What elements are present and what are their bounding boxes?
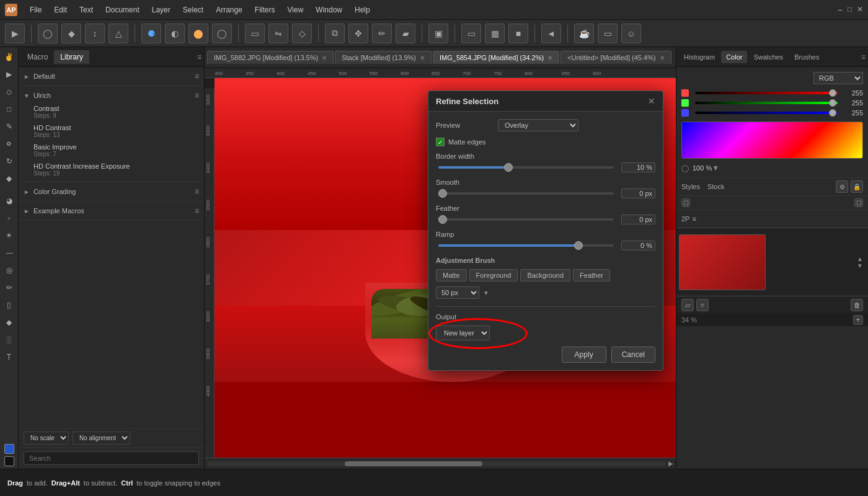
thumb-scroll-down[interactable]: ▼	[857, 262, 863, 269]
color-mode-select[interactable]: RGB	[813, 72, 863, 84]
channel-b-thumb[interactable]	[829, 109, 836, 117]
node-tool-side[interactable]: ◇	[2, 84, 17, 99]
inpainting-tool-side[interactable]: ◕	[2, 193, 17, 208]
menu-text[interactable]: Text	[74, 4, 98, 16]
scroll-right-btn[interactable]: ▶	[668, 460, 673, 467]
menu-layer[interactable]: Layer	[147, 4, 175, 16]
horizontal-scrollbar[interactable]: ▶	[205, 458, 676, 469]
smart-select-side[interactable]: ◆	[2, 171, 17, 186]
ramp-track[interactable]	[438, 244, 614, 247]
matte-edges-label[interactable]: ✓ Matte edges	[436, 138, 486, 146]
refine-close-button[interactable]: ✕	[648, 96, 655, 106]
bw-tool[interactable]: ◐	[165, 24, 185, 43]
smooth-thumb[interactable]	[438, 189, 447, 198]
style-lock-btn[interactable]: 🔒	[851, 180, 863, 193]
scrollbar-thumb[interactable]	[345, 461, 482, 466]
channel-g-slider[interactable]	[695, 102, 838, 104]
section-default-header[interactable]: ► Default ≡	[19, 69, 204, 83]
panel-checkbox-2[interactable]: ☐	[854, 198, 863, 207]
color-grading-section-menu[interactable]: ≡	[195, 187, 199, 196]
macro-basic-improve[interactable]: Basic Improve Steps: 7	[19, 141, 204, 160]
arrows-tool[interactable]: ↕	[85, 24, 105, 43]
mask-btn[interactable]: ▿	[696, 299, 709, 311]
zoom-plus-btn[interactable]: +	[853, 315, 863, 325]
preview-select[interactable]: Overlay None Marching ants	[498, 119, 578, 131]
menu-window[interactable]: Window	[311, 4, 347, 16]
default-section-menu[interactable]: ≡	[195, 72, 199, 81]
panel-menu-btn[interactable]: ≡	[197, 53, 202, 61]
tab-histogram[interactable]: Histogram	[679, 51, 720, 63]
vector-tool[interactable]: ◆	[61, 24, 81, 43]
menu-arrange[interactable]: Arrange	[211, 4, 247, 16]
pointer-tool-side[interactable]: ▶	[2, 67, 17, 82]
add-layer-btn[interactable]: ▱	[681, 299, 694, 311]
person-tool[interactable]: ☺	[621, 24, 641, 43]
tab-macro[interactable]: Macro	[21, 50, 54, 64]
retouch-tool-side[interactable]: ☀	[2, 228, 17, 243]
menu-file[interactable]: File	[25, 4, 46, 16]
example-macros-section-menu[interactable]: ≡	[195, 206, 199, 215]
dodge-tool-side[interactable]: ◎	[2, 263, 17, 278]
matte-edges-checkbox[interactable]: ✓	[436, 138, 445, 146]
right-panel-menu[interactable]: ≡	[861, 53, 866, 61]
menu-edit[interactable]: Edit	[49, 4, 72, 16]
crop-tool-side[interactable]: □	[2, 102, 17, 117]
section-example-macros-header[interactable]: ► Example Macros ≡	[19, 204, 204, 218]
apply-button[interactable]: Apply	[562, 347, 606, 363]
cancel-button[interactable]: Cancel	[611, 347, 655, 363]
lasso-select[interactable]: ⇋	[268, 24, 288, 43]
search-input[interactable]	[24, 451, 199, 465]
layer-tool[interactable]: ▭	[461, 24, 481, 43]
macro-hd-contrast-exp[interactable]: HD Contrast Increase Exposure Steps: 19	[19, 160, 204, 179]
panel-checkbox-1[interactable]: ☐	[681, 198, 690, 207]
share-tool[interactable]: △	[108, 24, 128, 43]
zoom-menu-icon[interactable]: ≡	[692, 215, 696, 223]
adj-btn-feather[interactable]: Feather	[573, 269, 610, 281]
alignment-select[interactable]: No alignment	[73, 432, 130, 445]
hand-tool-side[interactable]: ✌	[2, 50, 17, 64]
selection-tool-side[interactable]: ⭘	[2, 136, 17, 151]
delete-btn[interactable]: 🗑	[851, 299, 863, 311]
tab-untitled-close[interactable]: ✕	[660, 55, 665, 61]
blur-tool-side[interactable]: ⸻	[2, 246, 17, 260]
menu-filters[interactable]: Filters	[250, 4, 280, 16]
fill-tool-side[interactable]: ◆	[2, 315, 17, 330]
feather-thumb[interactable]	[438, 215, 447, 224]
channel-r-slider[interactable]	[695, 92, 838, 94]
brush-tool[interactable]: ▰	[396, 24, 415, 43]
circle-tool[interactable]: ◯	[38, 24, 58, 43]
color-tool[interactable]: ⬤	[188, 24, 208, 43]
brush-tool-side[interactable]: ✏	[2, 280, 17, 295]
section-color-grading-header[interactable]: ► Color Grading ≡	[19, 185, 204, 198]
macro-contrast[interactable]: Contrast Steps: 9	[19, 102, 204, 122]
hand-tool[interactable]: ☕	[574, 24, 594, 43]
border-width-track[interactable]	[438, 166, 614, 169]
transform-tool[interactable]: ✥	[348, 24, 368, 43]
tab-untitled[interactable]: <Untitled> [Modified] (45.4%) ✕	[560, 51, 671, 64]
canvas-image[interactable]: Refine Selection ✕ Preview Overlay None	[215, 78, 676, 458]
menu-document[interactable]: Document	[100, 4, 144, 16]
ulrich-section-menu[interactable]: ≡	[195, 91, 199, 100]
lasso-tool-side[interactable]: ↻	[2, 154, 17, 169]
window-minimize[interactable]: −	[838, 5, 843, 15]
tab-img5854[interactable]: IMG_5854.JPG [Modified] (34.2%) ✕	[433, 51, 559, 64]
color-gradient-picker[interactable]	[681, 122, 863, 159]
thumb-scroll-up[interactable]: ▲	[857, 255, 863, 262]
style-settings-btn[interactable]: ⚙	[836, 180, 848, 193]
tab-stack-close[interactable]: ✕	[420, 55, 425, 61]
tab-color[interactable]: Color	[721, 51, 747, 63]
arrow-left-tool[interactable]: ◄	[541, 24, 561, 43]
export-tool[interactable]: ▭	[598, 24, 618, 43]
grid-tool[interactable]: ⧉	[325, 24, 345, 43]
opacity-dropdown[interactable]: ▼	[712, 164, 719, 172]
section-ulrich-header[interactable]: ▼ Ulrich ≡	[19, 89, 204, 102]
gradient-fill-side[interactable]: ░	[2, 332, 17, 347]
tab-img5854-close[interactable]: ✕	[547, 55, 552, 61]
paint-tool-side[interactable]: ✎	[2, 119, 17, 134]
adj-btn-background[interactable]: Background	[520, 269, 570, 281]
adj-btn-matte[interactable]: Matte	[436, 269, 467, 281]
eraser-tool-side[interactable]: ▯	[2, 298, 17, 312]
tab-swatches[interactable]: Swatches	[748, 51, 788, 63]
gradient-tool[interactable]: ◯	[212, 24, 232, 43]
brush-size-select[interactable]: 50 px 10 px 20 px 100 px	[436, 286, 479, 299]
